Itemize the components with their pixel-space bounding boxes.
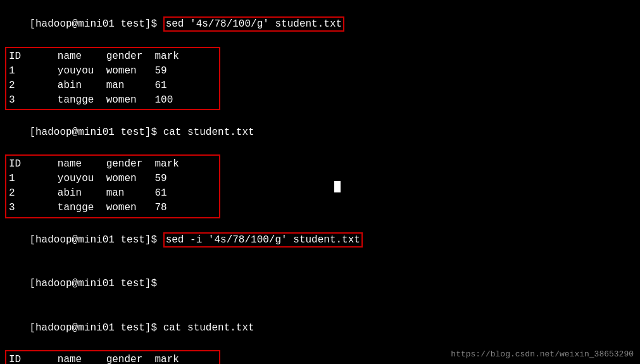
prompt-5: [hadoop@mini01 test]$ xyxy=(29,322,163,334)
command-line-3: [hadoop@mini01 test]$ sed -i '4s/78/100/… xyxy=(5,218,635,263)
text-cursor xyxy=(334,181,341,192)
table-row: 2 abin man 61 xyxy=(9,78,216,93)
table-row: ID name gender mark xyxy=(9,49,216,64)
output-box-1: ID name gender mark 1 youyou women 59 2 … xyxy=(5,47,220,111)
prompt-2: [hadoop@mini01 test]$ xyxy=(29,127,163,138)
output-box-2: ID name gender mark 1 youyou women 59 2 … xyxy=(5,154,220,218)
command-line-1: [hadoop@mini01 test]$ sed '4s/78/100/g' … xyxy=(5,3,635,47)
table-row: 1 youyou women 59 xyxy=(9,172,216,186)
table-row: 1 youyou women 59 xyxy=(9,64,216,78)
table-row: ID name gender mark xyxy=(9,353,216,364)
watermark: https://blog.csdn.net/weixin_38653290 xyxy=(451,349,634,359)
table-row: 2 abin man 61 xyxy=(9,186,216,201)
table-row: ID name gender mark xyxy=(9,157,216,172)
cat-command-2: cat student.txt xyxy=(163,322,254,334)
prompt-1: [hadoop@mini01 test]$ xyxy=(29,18,163,30)
terminal-window: [hadoop@mini01 test]$ sed '4s/78/100/g' … xyxy=(0,0,640,364)
table-row: 3 tangge women 100 xyxy=(9,93,216,108)
table-row: 3 tangge women 78 xyxy=(9,201,216,215)
command-line-4: [hadoop@mini01 test]$ xyxy=(5,262,635,306)
cat-command-1: cat student.txt xyxy=(163,127,254,138)
command-line-2: [hadoop@mini01 test]$ cat student.txt xyxy=(5,110,635,154)
sed-command-1: sed '4s/78/100/g' student.txt xyxy=(163,16,344,32)
sed-command-2: sed -i '4s/78/100/g' student.txt xyxy=(163,232,363,248)
output-box-3: ID name gender mark 1 youyou women 59 2 … xyxy=(5,350,220,364)
command-line-5: [hadoop@mini01 test]$ cat student.txt xyxy=(5,306,635,351)
prompt-3: [hadoop@mini01 test]$ xyxy=(29,234,163,246)
prompt-4: [hadoop@mini01 test]$ xyxy=(29,278,163,289)
